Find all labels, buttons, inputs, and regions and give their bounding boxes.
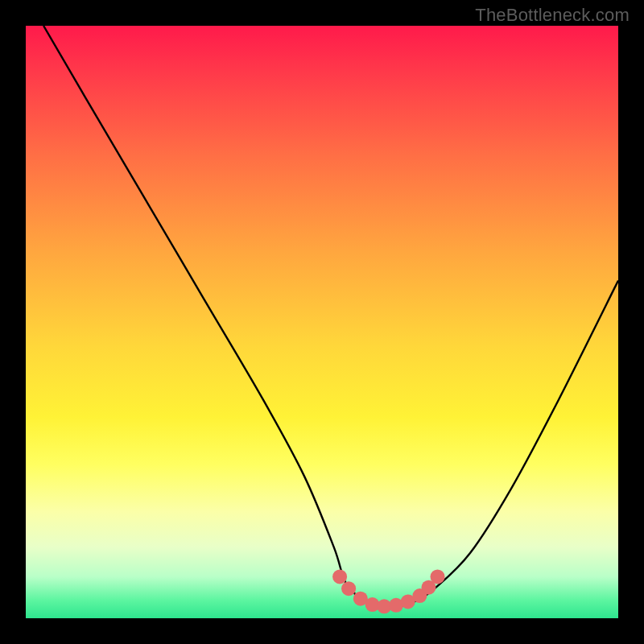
chart-frame: TheBottleneck.com <box>0 0 644 644</box>
scatter-dot <box>332 569 347 584</box>
curve-line <box>43 26 618 607</box>
scatter-dots <box>332 569 444 613</box>
chart-svg <box>26 26 618 618</box>
scatter-dot <box>431 569 445 584</box>
watermark-text: TheBottleneck.com <box>475 5 630 26</box>
plot-area <box>26 26 618 618</box>
scatter-dot <box>341 581 356 596</box>
